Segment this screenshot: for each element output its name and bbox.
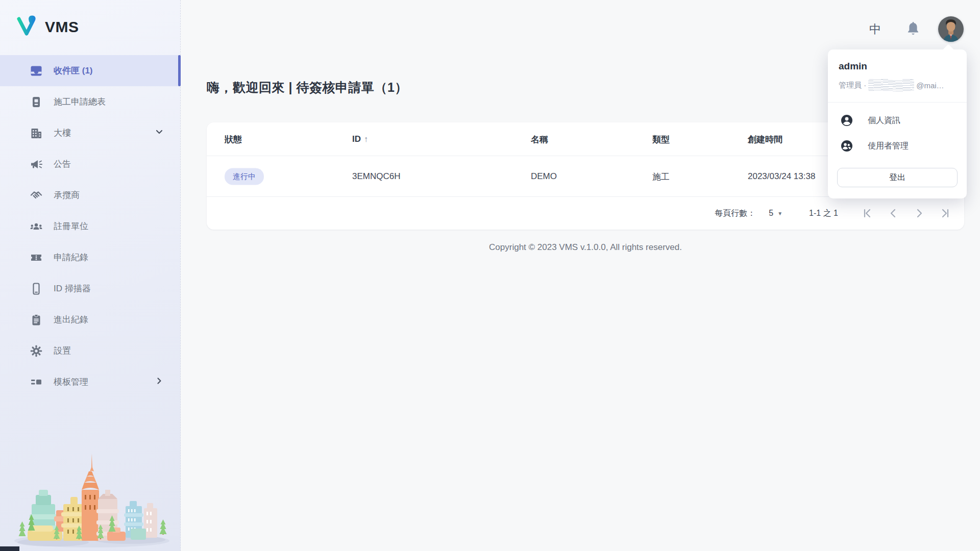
horizontal-scrollbar-thumb[interactable]	[0, 546, 19, 551]
next-page-button[interactable]	[914, 208, 925, 219]
pagination-range: 1-1 之 1	[809, 208, 838, 219]
account-circle-icon	[840, 114, 853, 127]
logo[interactable]: VMS	[15, 15, 79, 39]
logout-button[interactable]: 登出	[837, 168, 958, 187]
cell-id: 3EMNQC6H	[352, 171, 400, 182]
sidebar-item-label: 收件匣 (1)	[54, 65, 93, 77]
vms-logo-icon	[15, 15, 38, 39]
sidebar-item-template-management[interactable]: 模板管理	[0, 366, 180, 397]
city-illustration	[7, 444, 177, 550]
sort-ascending-icon: ↑	[364, 135, 368, 143]
clipboard-icon	[30, 313, 43, 327]
chevron-down-icon	[155, 127, 164, 139]
column-header-status: 狀態	[225, 133, 242, 145]
megaphone-icon	[30, 158, 43, 171]
sidebar-item-label: 設置	[54, 345, 71, 357]
column-header-created: 創建時間	[748, 133, 782, 145]
sidebar-item-inbox[interactable]: 收件匣 (1)	[0, 55, 180, 86]
smartphone-icon	[30, 282, 43, 295]
column-header-name: 名稱	[531, 133, 548, 145]
notifications-button[interactable]	[905, 21, 921, 39]
rows-per-page-label: 每頁行數：	[715, 208, 755, 219]
chevron-right-icon	[155, 376, 164, 388]
vms-app: VMS 收件匣 (1)	[0, 0, 980, 551]
column-header-id-sortable[interactable]: ID↑	[352, 134, 368, 144]
cell-type: 施工	[652, 170, 670, 182]
last-page-button[interactable]	[940, 208, 951, 219]
supervised-user-icon	[840, 139, 853, 153]
sidebar-item-label: 註冊單位	[54, 220, 88, 232]
menu-item-label: 個人資訊	[868, 115, 900, 126]
building-icon	[30, 127, 43, 140]
pagination: 每頁行數： 5 ▼ 1-1 之 1	[715, 208, 951, 219]
sidebar-item-contractors[interactable]: 承攬商	[0, 180, 180, 211]
status-badge: 進行中	[225, 168, 264, 185]
menu-item-profile[interactable]: 個人資訊	[828, 108, 967, 133]
user-avatar[interactable]	[938, 16, 964, 42]
sidebar: VMS 收件匣 (1)	[0, 0, 181, 551]
menu-item-label: 使用者管理	[868, 141, 909, 152]
previous-page-button[interactable]	[888, 208, 899, 219]
user-name: admin	[839, 61, 867, 72]
sidebar-item-application-records[interactable]: 申請紀錄	[0, 242, 180, 273]
sidebar-item-label: 申請紀錄	[54, 252, 88, 263]
sidebar-item-label: 大樓	[54, 127, 71, 139]
sidebar-item-id-scanner[interactable]: ID 掃描器	[0, 273, 180, 304]
rows-per-page-select[interactable]: 5 ▼	[769, 209, 782, 218]
template-icon	[30, 375, 43, 389]
table-pagination-row: 每頁行數： 5 ▼ 1-1 之 1	[207, 197, 964, 230]
page-title: 嗨，歡迎回來 | 待簽核申請單（1）	[207, 79, 408, 96]
handshake-icon	[30, 189, 43, 202]
logo-text: VMS	[45, 18, 79, 36]
redacted-email-scribble	[868, 79, 914, 91]
sidebar-item-label: ID 掃描器	[54, 283, 91, 294]
sidebar-item-buildings[interactable]: 大樓	[0, 117, 180, 148]
sidebar-item-announcements[interactable]: 公告	[0, 148, 180, 180]
cell-name: DEMO	[531, 171, 557, 182]
menu-divider	[828, 102, 967, 103]
user-dropdown-menu: admin 管理員 · @mai… 個人資訊	[828, 49, 967, 198]
sidebar-item-construction-forms[interactable]: 施工申請總表	[0, 86, 180, 117]
sidebar-item-registered-units[interactable]: 註冊單位	[0, 211, 180, 242]
first-page-button[interactable]	[862, 208, 873, 219]
gear-icon	[30, 344, 43, 358]
inbox-icon	[30, 64, 43, 78]
sidebar-item-settings[interactable]: 設置	[0, 335, 180, 366]
construction-form-icon	[30, 95, 43, 109]
bell-icon	[905, 30, 921, 39]
sidebar-item-label: 承攬商	[54, 189, 80, 201]
ticket-icon	[30, 251, 43, 264]
select-caret-icon: ▼	[777, 211, 782, 216]
sidebar-item-label: 進出紀錄	[54, 314, 88, 325]
sidebar-item-access-records[interactable]: 進出紀錄	[0, 304, 180, 335]
copyright-text: Copyright © 2023 VMS v.1.0.0, All rights…	[207, 242, 964, 253]
user-role-email: 管理員 · @mai…	[839, 79, 944, 91]
sidebar-nav: 收件匣 (1) 施工申請總表	[0, 55, 180, 397]
groups-icon	[30, 220, 43, 233]
menu-item-user-management[interactable]: 使用者管理	[828, 133, 967, 159]
sidebar-item-label: 模板管理	[54, 376, 88, 388]
sidebar-item-label: 施工申請總表	[54, 96, 106, 108]
sidebar-item-label: 公告	[54, 158, 71, 170]
column-header-type: 類型	[652, 133, 670, 145]
language-button[interactable]: 中	[869, 21, 881, 37]
cell-created: 2023/03/24 13:38	[748, 171, 815, 182]
